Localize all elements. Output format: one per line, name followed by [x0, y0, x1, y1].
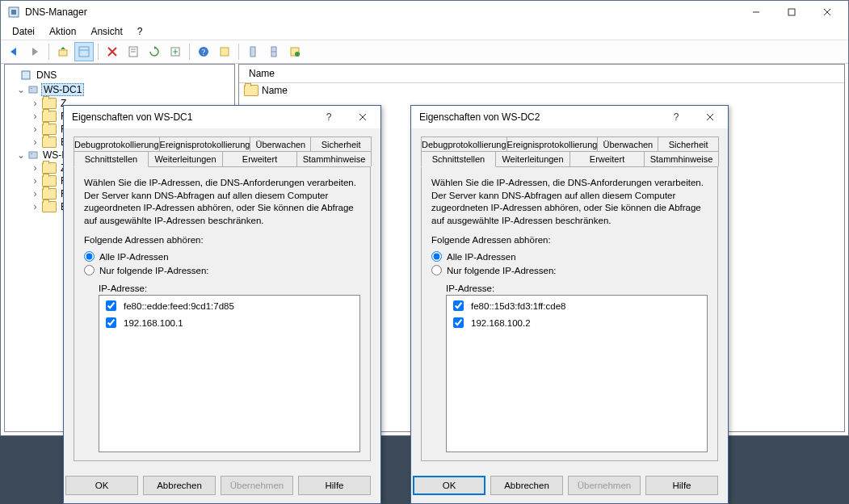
folder-icon	[42, 188, 57, 200]
ip-address: 192.168.100.2	[471, 318, 531, 328]
tool-a-icon[interactable]	[215, 42, 234, 61]
menu-help[interactable]: ?	[131, 24, 149, 39]
properties-icon[interactable]	[124, 42, 143, 61]
tab-debugprotokollierung[interactable]: Debugprotokollierung	[421, 136, 507, 152]
ip-list-label: IP-Adresse:	[99, 284, 360, 293]
tab-panel: Wählen Sie die IP-Adressen, die DNS-Anfo…	[421, 166, 718, 461]
tab-erweitert[interactable]: Erweitert	[222, 151, 297, 166]
tab-schnittstellen[interactable]: Schnittstellen	[74, 151, 149, 167]
tab-erweitert[interactable]: Erweitert	[570, 151, 645, 166]
chevron-down-icon[interactable]: ⌄	[16, 149, 25, 161]
chevron-down-icon[interactable]: ⌄	[16, 84, 25, 95]
tool-b-icon[interactable]	[243, 42, 263, 61]
dialog-titlebar: Eigenschaften von WS-DC1 ?	[64, 106, 380, 128]
cancel-button[interactable]: Abbrechen	[143, 476, 216, 495]
ip-checkbox[interactable]	[106, 300, 116, 311]
tool-d-icon[interactable]	[285, 42, 305, 61]
apply-button[interactable]: Übernehmen	[568, 476, 641, 495]
maximize-button[interactable]	[774, 1, 809, 23]
apply-button[interactable]: Übernehmen	[221, 476, 293, 495]
tab-panel: Wählen Sie die IP-Adressen, die DNS-Anfo…	[74, 166, 371, 461]
ip-list[interactable]: fe80::edde:feed:9cd1:7d85192.168.100.1	[99, 295, 360, 452]
list-header[interactable]: Name	[239, 65, 844, 83]
menubar: Datei Aktion Ansicht ?	[1, 23, 848, 40]
dialog-close-button[interactable]	[697, 107, 723, 127]
tool-c-icon[interactable]	[264, 42, 284, 61]
tree-root[interactable]: DNS	[6, 68, 233, 82]
chevron-right-icon[interactable]: ›	[31, 175, 40, 187]
radio-all[interactable]: Alle IP-Adressen	[84, 251, 360, 262]
menu-datei[interactable]: Datei	[6, 24, 41, 39]
chevron-right-icon[interactable]: ›	[31, 111, 40, 122]
tab-schnittstellen[interactable]: Schnittstellen	[421, 151, 496, 167]
list-col-name[interactable]: Name	[244, 66, 279, 81]
dialog-help-button[interactable]: ?	[316, 107, 342, 127]
list-row[interactable]: Name	[239, 83, 844, 98]
dialog-help-button[interactable]: ?	[663, 107, 689, 127]
chevron-right-icon[interactable]: ›	[31, 162, 40, 174]
radio-sel-input[interactable]	[84, 265, 95, 275]
svg-rect-24	[29, 86, 37, 93]
tab-stammhinweise[interactable]: Stammhinweise	[644, 151, 719, 166]
svg-rect-1	[11, 10, 16, 15]
ip-checkbox[interactable]	[453, 317, 464, 328]
tab-debugprotokollierung[interactable]: Debugprotokollierung	[74, 136, 160, 152]
folder-icon	[42, 201, 57, 212]
tab-überwachen[interactable]: Überwachen	[250, 136, 311, 152]
dialog-buttons: OK Abbrechen Übernehmen Hilfe	[411, 468, 728, 503]
radio-all-input[interactable]	[431, 251, 442, 262]
up-icon[interactable]	[53, 42, 73, 61]
help-button[interactable]: Hilfe	[298, 476, 371, 495]
ip-item[interactable]: 192.168.100.1	[101, 314, 358, 331]
minimize-button[interactable]	[738, 1, 774, 23]
ip-address: 192.168.100.1	[124, 318, 183, 328]
ip-checkbox[interactable]	[106, 317, 116, 328]
ip-checkbox[interactable]	[453, 300, 464, 311]
radio-selected[interactable]: Nur folgende IP-Adressen:	[84, 265, 360, 275]
menu-ansicht[interactable]: Ansicht	[84, 24, 128, 39]
ok-button[interactable]: OK	[413, 476, 485, 495]
tab-überwachen[interactable]: Überwachen	[597, 136, 658, 152]
menu-aktion[interactable]: Aktion	[43, 24, 82, 39]
ok-button[interactable]: OK	[65, 476, 138, 495]
close-button[interactable]	[809, 1, 845, 23]
tab-sicherheit[interactable]: Sicherheit	[658, 136, 719, 152]
chevron-right-icon[interactable]: ›	[31, 136, 40, 148]
showhide-icon[interactable]	[74, 42, 94, 61]
chevron-right-icon[interactable]: ›	[31, 98, 40, 109]
radio-all-input[interactable]	[84, 251, 95, 262]
tree-server[interactable]: ⌄ WS-DC1	[6, 82, 233, 97]
dialog-title: Eigenschaften von WS-DC2	[419, 111, 540, 123]
listen-label: Folgende Adressen abhören:	[84, 235, 360, 245]
refresh-icon[interactable]	[145, 42, 164, 61]
radio-sel-input[interactable]	[431, 265, 442, 275]
toolbar: ?	[1, 40, 848, 64]
ip-list[interactable]: fe80::15d3:fd3:1ff:cde8192.168.100.2	[446, 295, 708, 452]
chevron-right-icon[interactable]: ›	[31, 201, 40, 212]
tab-sicherheit[interactable]: Sicherheit	[310, 136, 372, 152]
ip-item[interactable]: 192.168.100.2	[448, 314, 705, 331]
radio-all[interactable]: Alle IP-Adressen	[431, 251, 708, 262]
list-item-label: Name	[262, 85, 288, 96]
help-icon[interactable]: ?	[194, 42, 213, 61]
tab-weiterleitungen[interactable]: Weiterleitungen	[495, 151, 570, 166]
tab-weiterleitungen[interactable]: Weiterleitungen	[148, 151, 223, 166]
radio-selected[interactable]: Nur folgende IP-Adressen:	[431, 265, 708, 275]
export-icon[interactable]	[166, 42, 185, 61]
chevron-right-icon[interactable]: ›	[31, 188, 40, 200]
ip-list-label: IP-Adresse:	[446, 284, 708, 293]
dialog-close-button[interactable]	[350, 107, 376, 127]
forward-icon[interactable]	[25, 42, 44, 61]
tab-ereignisprotokollierung[interactable]: Ereignisprotokollierung	[159, 136, 251, 152]
help-button[interactable]: Hilfe	[645, 476, 718, 495]
delete-icon[interactable]	[103, 42, 122, 61]
ip-item[interactable]: fe80::edde:feed:9cd1:7d85	[101, 297, 358, 314]
chevron-right-icon[interactable]: ›	[31, 124, 40, 135]
back-icon[interactable]	[4, 42, 23, 61]
cancel-button[interactable]: Abbrechen	[490, 476, 563, 495]
tab-ereignisprotokollierung[interactable]: Ereignisprotokollierung	[506, 136, 599, 152]
ip-item[interactable]: fe80::15d3:fd3:1ff:cde8	[448, 297, 705, 314]
folder-icon	[244, 85, 258, 96]
tab-stammhinweise[interactable]: Stammhinweise	[296, 151, 372, 166]
ip-address: fe80::edde:feed:9cd1:7d85	[124, 301, 234, 311]
